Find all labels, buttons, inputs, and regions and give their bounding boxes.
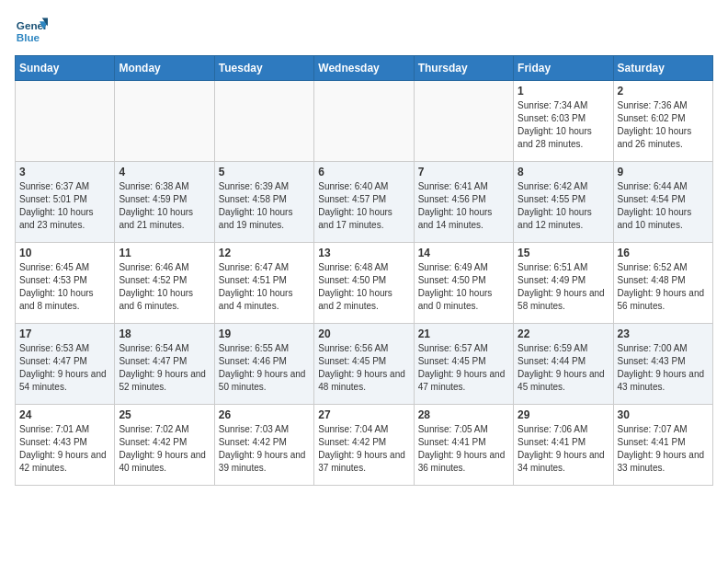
day-info: Sunrise: 7:04 AMSunset: 4:42 PMDaylight:…: [318, 423, 409, 475]
week-row-5: 24Sunrise: 7:01 AMSunset: 4:43 PMDayligh…: [16, 405, 713, 486]
day-cell: 6Sunrise: 6:40 AMSunset: 4:57 PMDaylight…: [314, 162, 414, 243]
page-header: General Blue: [15, 15, 713, 48]
day-cell: 11Sunrise: 6:46 AMSunset: 4:52 PMDayligh…: [115, 243, 214, 324]
day-number: 6: [318, 166, 409, 178]
day-number: 29: [518, 408, 609, 421]
day-cell: [16, 81, 115, 162]
weekday-header-thursday: Thursday: [414, 56, 513, 81]
day-cell: 14Sunrise: 6:49 AMSunset: 4:50 PMDayligh…: [414, 243, 513, 324]
day-cell: 29Sunrise: 7:06 AMSunset: 4:41 PMDayligh…: [514, 405, 613, 486]
day-cell: [115, 81, 214, 162]
day-number: 24: [19, 408, 110, 421]
day-number: 2: [618, 85, 709, 98]
day-cell: 16Sunrise: 6:52 AMSunset: 4:48 PMDayligh…: [613, 243, 712, 324]
day-cell: 23Sunrise: 7:00 AMSunset: 4:43 PMDayligh…: [613, 324, 712, 405]
logo: General Blue: [15, 15, 48, 48]
day-cell: 1Sunrise: 7:34 AMSunset: 6:03 PMDaylight…: [514, 81, 613, 162]
day-number: 14: [418, 247, 509, 259]
day-cell: 30Sunrise: 7:07 AMSunset: 4:41 PMDayligh…: [613, 405, 712, 486]
day-cell: 3Sunrise: 6:37 AMSunset: 5:01 PMDaylight…: [16, 162, 115, 243]
day-number: 18: [119, 327, 210, 340]
day-info: Sunrise: 6:51 AMSunset: 4:49 PMDaylight:…: [518, 261, 609, 313]
day-cell: 20Sunrise: 6:56 AMSunset: 4:45 PMDayligh…: [314, 324, 414, 405]
day-number: 16: [618, 247, 709, 259]
day-info: Sunrise: 7:01 AMSunset: 4:43 PMDaylight:…: [19, 423, 110, 475]
week-row-1: 1Sunrise: 7:34 AMSunset: 6:03 PMDaylight…: [16, 81, 713, 162]
day-info: Sunrise: 6:45 AMSunset: 4:53 PMDaylight:…: [19, 261, 110, 313]
day-cell: 8Sunrise: 6:42 AMSunset: 4:55 PMDaylight…: [514, 162, 613, 243]
day-info: Sunrise: 6:46 AMSunset: 4:52 PMDaylight:…: [119, 261, 210, 313]
day-cell: 27Sunrise: 7:04 AMSunset: 4:42 PMDayligh…: [314, 405, 414, 486]
weekday-header-wednesday: Wednesday: [314, 56, 414, 81]
day-number: 15: [518, 247, 609, 259]
day-info: Sunrise: 7:05 AMSunset: 4:41 PMDaylight:…: [418, 423, 509, 475]
day-number: 28: [418, 408, 509, 421]
day-number: 4: [119, 166, 210, 178]
day-cell: 13Sunrise: 6:48 AMSunset: 4:50 PMDayligh…: [314, 243, 414, 324]
day-cell: [414, 81, 513, 162]
week-row-3: 10Sunrise: 6:45 AMSunset: 4:53 PMDayligh…: [16, 243, 713, 324]
day-cell: 28Sunrise: 7:05 AMSunset: 4:41 PMDayligh…: [414, 405, 513, 486]
day-cell: 12Sunrise: 6:47 AMSunset: 4:51 PMDayligh…: [214, 243, 313, 324]
day-number: 19: [219, 327, 310, 340]
day-number: 17: [19, 327, 110, 340]
day-info: Sunrise: 6:37 AMSunset: 5:01 PMDaylight:…: [19, 180, 110, 232]
day-number: 5: [219, 166, 310, 178]
day-cell: 4Sunrise: 6:38 AMSunset: 4:59 PMDaylight…: [115, 162, 214, 243]
day-cell: 25Sunrise: 7:02 AMSunset: 4:42 PMDayligh…: [115, 405, 214, 486]
day-info: Sunrise: 6:59 AMSunset: 4:44 PMDaylight:…: [518, 342, 609, 394]
day-number: 21: [418, 327, 509, 340]
day-cell: 5Sunrise: 6:39 AMSunset: 4:58 PMDaylight…: [214, 162, 313, 243]
day-cell: [314, 81, 414, 162]
day-cell: 17Sunrise: 6:53 AMSunset: 4:47 PMDayligh…: [16, 324, 115, 405]
weekday-header-row: SundayMondayTuesdayWednesdayThursdayFrid…: [16, 56, 713, 81]
weekday-header-sunday: Sunday: [16, 56, 115, 81]
day-info: Sunrise: 6:54 AMSunset: 4:47 PMDaylight:…: [119, 342, 210, 394]
day-number: 11: [119, 247, 210, 259]
day-info: Sunrise: 6:57 AMSunset: 4:45 PMDaylight:…: [418, 342, 509, 394]
day-info: Sunrise: 7:34 AMSunset: 6:03 PMDaylight:…: [518, 99, 609, 151]
day-cell: [214, 81, 313, 162]
day-info: Sunrise: 6:42 AMSunset: 4:55 PMDaylight:…: [518, 180, 609, 232]
day-info: Sunrise: 6:48 AMSunset: 4:50 PMDaylight:…: [318, 261, 409, 313]
week-row-4: 17Sunrise: 6:53 AMSunset: 4:47 PMDayligh…: [16, 324, 713, 405]
day-info: Sunrise: 6:41 AMSunset: 4:56 PMDaylight:…: [418, 180, 509, 232]
calendar: SundayMondayTuesdayWednesdayThursdayFrid…: [15, 55, 713, 486]
weekday-header-tuesday: Tuesday: [214, 56, 313, 81]
day-number: 7: [418, 166, 509, 178]
day-number: 1: [518, 85, 609, 98]
day-number: 13: [318, 247, 409, 259]
day-info: Sunrise: 7:07 AMSunset: 4:41 PMDaylight:…: [618, 423, 709, 475]
day-number: 30: [618, 408, 709, 421]
day-info: Sunrise: 6:56 AMSunset: 4:45 PMDaylight:…: [318, 342, 409, 394]
day-cell: 9Sunrise: 6:44 AMSunset: 4:54 PMDaylight…: [613, 162, 712, 243]
day-info: Sunrise: 6:39 AMSunset: 4:58 PMDaylight:…: [219, 180, 310, 232]
weekday-header-monday: Monday: [115, 56, 214, 81]
day-info: Sunrise: 7:06 AMSunset: 4:41 PMDaylight:…: [518, 423, 609, 475]
weekday-header-friday: Friday: [514, 56, 613, 81]
day-cell: 22Sunrise: 6:59 AMSunset: 4:44 PMDayligh…: [514, 324, 613, 405]
day-info: Sunrise: 6:44 AMSunset: 4:54 PMDaylight:…: [618, 180, 709, 232]
day-info: Sunrise: 7:02 AMSunset: 4:42 PMDaylight:…: [119, 423, 210, 475]
week-row-2: 3Sunrise: 6:37 AMSunset: 5:01 PMDaylight…: [16, 162, 713, 243]
day-info: Sunrise: 6:47 AMSunset: 4:51 PMDaylight:…: [219, 261, 310, 313]
day-cell: 2Sunrise: 7:36 AMSunset: 6:02 PMDaylight…: [613, 81, 712, 162]
day-info: Sunrise: 7:03 AMSunset: 4:42 PMDaylight:…: [219, 423, 310, 475]
day-info: Sunrise: 6:49 AMSunset: 4:50 PMDaylight:…: [418, 261, 509, 313]
day-cell: 26Sunrise: 7:03 AMSunset: 4:42 PMDayligh…: [214, 405, 313, 486]
day-cell: 21Sunrise: 6:57 AMSunset: 4:45 PMDayligh…: [414, 324, 513, 405]
day-number: 27: [318, 408, 409, 421]
day-info: Sunrise: 6:55 AMSunset: 4:46 PMDaylight:…: [219, 342, 310, 394]
day-info: Sunrise: 6:52 AMSunset: 4:48 PMDaylight:…: [618, 261, 709, 313]
day-number: 22: [518, 327, 609, 340]
day-info: Sunrise: 6:38 AMSunset: 4:59 PMDaylight:…: [119, 180, 210, 232]
day-info: Sunrise: 7:36 AMSunset: 6:02 PMDaylight:…: [618, 99, 709, 151]
day-info: Sunrise: 7:00 AMSunset: 4:43 PMDaylight:…: [618, 342, 709, 394]
day-number: 12: [219, 247, 310, 259]
day-cell: 18Sunrise: 6:54 AMSunset: 4:47 PMDayligh…: [115, 324, 214, 405]
svg-text:Blue: Blue: [17, 31, 40, 43]
day-number: 3: [19, 166, 110, 178]
day-info: Sunrise: 6:53 AMSunset: 4:47 PMDaylight:…: [19, 342, 110, 394]
day-number: 10: [19, 247, 110, 259]
day-number: 9: [618, 166, 709, 178]
